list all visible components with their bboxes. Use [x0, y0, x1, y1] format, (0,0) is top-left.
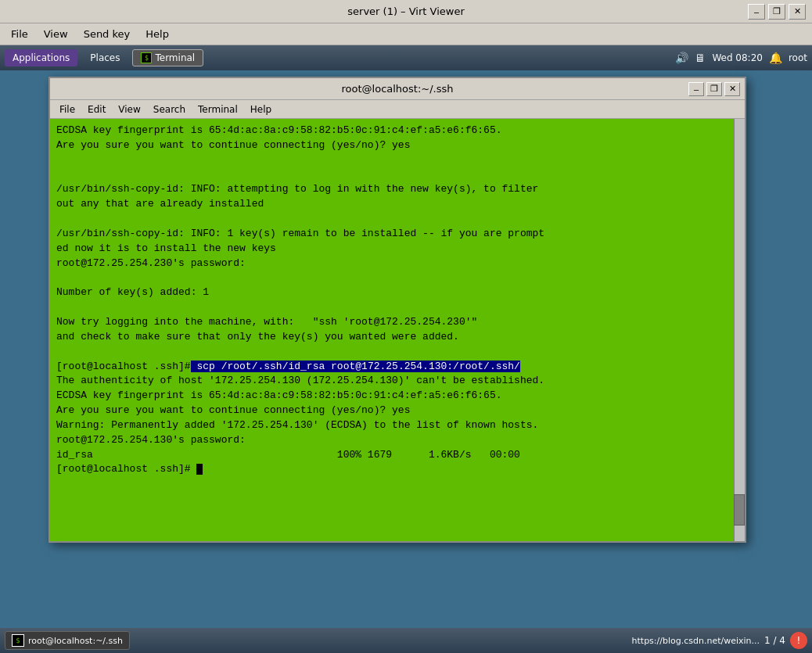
terminal-menu-terminal[interactable]: Terminal [192, 102, 244, 117]
terminal-restore-btn[interactable]: ❐ [706, 82, 722, 96]
bottom-terminal-label: root@localhost:~/.ssh [28, 636, 123, 646]
terminal-line-14: Now try logging into the machine, with: … [56, 315, 738, 330]
os-panel: Applications Places $ Terminal 🔊 🖥 Wed 0… [0, 45, 812, 70]
terminal-line-23: id_rsa 100% 1679 1.6KB/s 00:00 [56, 448, 738, 463]
places-menu[interactable]: Places [82, 49, 128, 66]
terminal-line-13 [56, 300, 738, 315]
page-indicator: 1 / 4 [764, 635, 785, 646]
terminal-close-btn[interactable]: ✕ [724, 82, 740, 96]
terminal-line-16 [56, 345, 738, 360]
terminal-body[interactable]: ECDSA key fingerprint is 65:4d:ac:8a:c9:… [50, 119, 745, 541]
terminal-line-4 [56, 168, 738, 183]
terminal-line-8: /usr/bin/ssh-copy-id: INFO: 1 key(s) rem… [56, 227, 738, 242]
terminal-menu-search[interactable]: Search [147, 102, 192, 117]
speaker-icon[interactable]: 🔊 [675, 52, 688, 64]
bottom-taskbar: $ root@localhost:~/.ssh https://blog.csd… [0, 628, 812, 653]
maximize-button[interactable]: ❐ [768, 4, 785, 20]
scrollbar-thumb[interactable] [734, 494, 745, 526]
terminal-menubar: File Edit View Search Terminal Help [50, 100, 745, 119]
menu-view[interactable]: View [36, 26, 76, 42]
display-icon[interactable]: 🖥 [695, 52, 706, 64]
terminal-line-15: and check to make sure that only the key… [56, 330, 738, 345]
bottom-terminal-btn[interactable]: $ root@localhost:~/.ssh [5, 631, 130, 650]
terminal-line-5: /usr/bin/ssh-copy-id: INFO: attempting t… [56, 182, 738, 197]
terminal-line-18: The authenticity of host '172.25.254.130… [56, 374, 738, 389]
terminal-line-20: Are you sure you want to continue connec… [56, 404, 738, 418]
terminal-taskbar-btn[interactable]: $ Terminal [132, 49, 203, 66]
terminal-menu-view[interactable]: View [112, 102, 146, 117]
terminal-titlebar: root@localhost:~/.ssh – ❐ ✕ [50, 78, 745, 100]
terminal-menu-file[interactable]: File [53, 102, 81, 117]
app-title: server (1) – Virt Viewer [347, 5, 464, 17]
menu-sendkey[interactable]: Send key [76, 26, 138, 42]
terminal-line-11 [56, 271, 738, 285]
terminal-line-21: Warning: Permanently added '172.25.254.1… [56, 418, 738, 433]
menu-file[interactable]: File [3, 26, 36, 42]
clock: Wed 08:20 [712, 52, 763, 63]
os-menubar: File View Send key Help [0, 23, 812, 45]
terminal-line-24: [root@localhost .ssh]# [56, 462, 738, 477]
applications-menu[interactable]: Applications [5, 49, 77, 66]
cursor [196, 464, 203, 475]
panel-right: 🔊 🖥 Wed 08:20 🔔 root [675, 52, 807, 64]
bottom-terminal-icon: $ [12, 634, 24, 647]
minimize-button[interactable]: – [748, 4, 765, 20]
terminal-line-10: root@172.25.254.230's password: [56, 257, 738, 271]
terminal-line-1: ECDSA key fingerprint is 65:4d:ac:8a:c9:… [56, 124, 738, 138]
terminal-line-2: Are you sure you want to continue connec… [56, 138, 738, 153]
terminal-line-22: root@172.25.254.130's password: [56, 433, 738, 448]
scrollbar[interactable] [734, 119, 745, 541]
terminal-minimize-btn[interactable]: – [688, 82, 704, 96]
terminal-menu-help[interactable]: Help [244, 102, 278, 117]
terminal-label: Terminal [155, 52, 195, 63]
notification-icon[interactable]: 🔔 [769, 52, 782, 64]
user-label: root [789, 52, 807, 63]
terminal-line-7 [56, 212, 738, 227]
terminal-line-6: out any that are already installed [56, 197, 738, 212]
terminal-line-12: Number of key(s) added: 1 [56, 285, 738, 300]
bottom-right: https://blog.csdn.net/weixin... 1 / 4 ! [632, 632, 807, 649]
desktop: root@localhost:~/.ssh – ❐ ✕ File Edit Vi… [0, 70, 812, 628]
terminal-line-9: ed now it is to install the new keys [56, 242, 738, 257]
titlebar-controls: – ❐ ✕ [748, 4, 806, 20]
terminal-line-17: [root@localhost .ssh]# scp /root/.ssh/id… [56, 360, 738, 375]
notification-badge: ! [790, 632, 807, 649]
terminal-line-19: ECDSA key fingerprint is 65:4d:ac:8a:c9:… [56, 389, 738, 404]
highlighted-command: scp /root/.ssh/id_rsa root@172.25.254.13… [191, 361, 520, 372]
terminal-line-3 [56, 153, 738, 168]
terminal-icon: $ [141, 52, 152, 63]
terminal-window-title: root@localhost:~/.ssh [342, 83, 454, 95]
url-hint: https://blog.csdn.net/weixin... [632, 636, 760, 646]
terminal-menu-edit[interactable]: Edit [81, 102, 112, 117]
app-titlebar: server (1) – Virt Viewer – ❐ ✕ [0, 0, 812, 23]
terminal-window: root@localhost:~/.ssh – ❐ ✕ File Edit Vi… [49, 77, 746, 543]
close-button[interactable]: ✕ [789, 4, 806, 20]
menu-help[interactable]: Help [138, 26, 177, 42]
terminal-window-controls: – ❐ ✕ [688, 82, 740, 96]
